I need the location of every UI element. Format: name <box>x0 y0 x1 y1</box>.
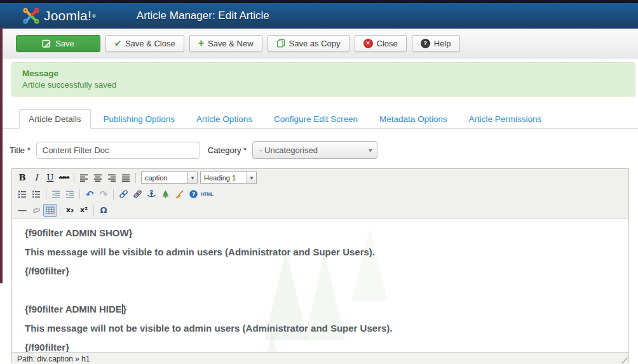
resize-handle[interactable] <box>619 355 627 363</box>
strikethrough-icon[interactable]: ABC <box>57 172 71 184</box>
title-input[interactable] <box>36 142 200 159</box>
superscript-icon[interactable]: x² <box>77 204 91 217</box>
success-message-box: Message Article successfully saved <box>11 62 635 97</box>
message-body: Article successfully saved <box>22 80 625 90</box>
content-line: {f90filter ADMIN HIDE} <box>25 302 628 316</box>
tab-metadata-options[interactable]: Metadata Options <box>370 110 456 128</box>
category-select[interactable]: - Uncategorised ▾ <box>252 141 377 159</box>
content-line: {/f90filter} <box>25 264 628 278</box>
editor-content-area[interactable]: {f90filter ADMIN SHOW} This message will… <box>12 218 628 352</box>
format-dropdown[interactable]: Heading 1 ▾ <box>200 172 257 184</box>
eraser-icon[interactable] <box>29 204 43 217</box>
styles-dropdown[interactable]: caption ▾ <box>141 172 198 184</box>
redo-icon[interactable]: ↷ <box>97 188 111 201</box>
edit-tabs: Article Details Publishing Options Artic… <box>0 111 638 129</box>
bold-icon[interactable]: B <box>15 172 29 184</box>
help-label: Help <box>434 39 451 48</box>
joomla-admin-window: Joomla! ® Article Manager: Edit Article … <box>0 0 638 364</box>
copy-icon <box>276 39 285 48</box>
save-button[interactable]: Save <box>16 35 100 52</box>
image-icon[interactable] <box>158 188 172 201</box>
toolbar-separator <box>93 205 94 215</box>
align-right-icon[interactable] <box>105 172 119 184</box>
element-path: Path: div.caption » h1 <box>17 354 90 363</box>
help-button[interactable]: ? Help <box>412 35 460 52</box>
close-label: Close <box>377 39 398 48</box>
align-left-icon[interactable] <box>77 172 91 184</box>
anchor-icon[interactable] <box>144 188 158 201</box>
close-button[interactable]: ✕ Close <box>355 35 407 52</box>
category-label: Category * <box>208 145 247 155</box>
chevron-down-icon: ▾ <box>247 172 257 184</box>
link-icon[interactable] <box>116 188 130 201</box>
joomla-logo: Joomla! ® <box>22 6 96 25</box>
tab-article-details[interactable]: Article Details <box>19 109 91 129</box>
chevron-down-icon: ▾ <box>369 147 372 154</box>
subscript-icon[interactable]: x₂ <box>63 204 77 217</box>
indent-icon[interactable] <box>63 188 77 201</box>
help-icon: ? <box>421 39 430 48</box>
underline-icon[interactable]: U <box>43 172 57 184</box>
numbered-list-icon[interactable] <box>29 188 43 201</box>
toolbar-separator <box>79 189 80 199</box>
title-category-row: Title * Category * - Uncategorised ▾ <box>10 141 377 159</box>
save-copy-label: Save as Copy <box>289 39 341 48</box>
toolbar-separator <box>46 189 46 199</box>
html-source-icon[interactable]: HTML <box>200 188 214 201</box>
visual-grid-icon[interactable] <box>43 204 57 217</box>
toolbar-separator <box>135 173 136 183</box>
editor-help-icon[interactable]: ? <box>186 188 200 201</box>
editor-toolbar-row-1: B I U ABC caption ▾ Heading 1 <box>12 169 628 186</box>
check-icon: ✔ <box>114 39 121 48</box>
content-line: This message will be visible to admin us… <box>25 245 628 259</box>
svg-text:?: ? <box>191 191 194 198</box>
window-edge-strip <box>0 27 3 283</box>
bullet-list-icon[interactable] <box>15 188 29 201</box>
save-new-label: Save & New <box>208 39 254 48</box>
close-icon: ✕ <box>363 39 373 48</box>
save-copy-button[interactable]: Save as Copy <box>268 35 350 52</box>
unlink-icon[interactable] <box>130 188 144 201</box>
registered-mark: ® <box>92 13 96 19</box>
editor-toolbar-row-3: — x₂ x² Ω <box>12 202 628 218</box>
save-label: Save <box>55 39 74 48</box>
content-line: {/f90filter} <box>25 340 628 352</box>
title-label: Title * <box>10 145 31 155</box>
joomla-logo-text: Joomla! <box>44 8 92 24</box>
chevron-down-icon: ▾ <box>188 172 198 184</box>
plus-icon: + <box>198 40 204 46</box>
tab-configure-edit-screen[interactable]: Configure Edit Screen <box>265 110 367 128</box>
format-dropdown-value: Heading 1 <box>200 172 247 184</box>
cleanup-icon[interactable] <box>172 188 186 201</box>
align-center-icon[interactable] <box>91 172 105 184</box>
horizontal-rule-icon[interactable]: — <box>15 204 29 217</box>
toolbar-separator <box>113 189 114 199</box>
omega-icon[interactable]: Ω <box>97 204 111 217</box>
joomla-logo-icon <box>22 6 41 25</box>
page-title: Article Manager: Edit Article <box>137 10 269 22</box>
toolbar-separator <box>60 205 60 215</box>
editor-toolbar-row-2: ↶ ↷ ? HTML <box>12 186 628 202</box>
content-line: {f90filter ADMIN SHOW} <box>25 226 628 240</box>
save-close-button[interactable]: ✔ Save & Close <box>105 35 184 52</box>
tab-article-permissions[interactable]: Article Permissions <box>460 110 551 128</box>
outdent-icon[interactable] <box>49 188 63 201</box>
save-pencil-icon <box>42 39 51 48</box>
align-justify-icon[interactable] <box>119 172 133 184</box>
toolbar-separator <box>74 173 74 183</box>
tinymce-editor: B I U ABC caption ▾ Heading 1 <box>11 168 629 363</box>
action-toolbar: Save ✔ Save & Close + Save & New Save as… <box>0 29 638 58</box>
admin-header: Joomla! ® Article Manager: Edit Article <box>0 3 638 29</box>
message-title: Message <box>22 69 625 78</box>
category-selected-value: - Uncategorised <box>259 145 318 155</box>
italic-icon[interactable]: I <box>29 172 43 184</box>
undo-icon[interactable]: ↶ <box>83 188 97 201</box>
editor-status-bar: Path: div.caption » h1 <box>12 352 628 364</box>
tab-article-options[interactable]: Article Options <box>187 110 261 128</box>
tab-publishing-options[interactable]: Publishing Options <box>95 110 184 128</box>
content-line: This message will not be visible to admi… <box>25 321 628 335</box>
styles-dropdown-value: caption <box>141 172 188 184</box>
save-close-label: Save & Close <box>125 39 175 48</box>
save-new-button[interactable]: + Save & New <box>189 35 262 52</box>
